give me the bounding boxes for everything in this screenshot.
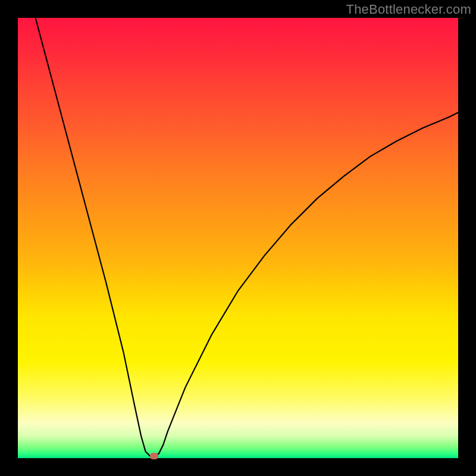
- optimal-point-marker: [150, 453, 158, 459]
- plot-area: [18, 18, 458, 458]
- watermark-label: TheBottlenecker.com: [346, 2, 471, 17]
- chart-frame: TheBottlenecker.com: [0, 0, 476, 476]
- bottleneck-curve: [18, 18, 458, 458]
